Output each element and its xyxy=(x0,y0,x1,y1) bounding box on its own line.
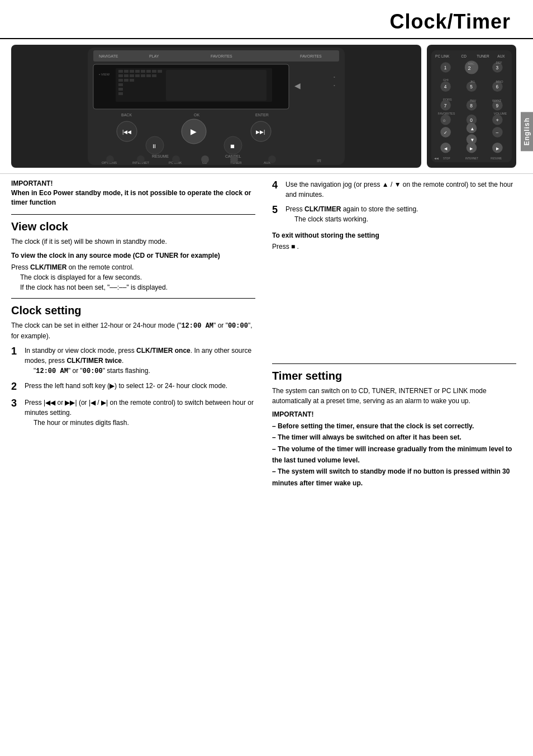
svg-text:◀◀: ◀◀ xyxy=(434,157,439,160)
svg-text:•: • xyxy=(334,83,335,88)
important-top-text: When in Eco Power standby mode, it is no… xyxy=(11,188,255,207)
view-clock-subheading: To view the clock in any source mode (CD… xyxy=(11,251,255,261)
svg-rect-30 xyxy=(166,70,266,101)
clock-step-4: 4 Use the navigation jog (or press ▲ / ▼… xyxy=(272,179,516,200)
svg-text:IR: IR xyxy=(317,158,321,163)
svg-text:▶▶|: ▶▶| xyxy=(256,129,265,135)
svg-rect-17 xyxy=(118,74,123,77)
svg-text:• VIEW: • VIEW xyxy=(99,73,110,76)
page-header: Clock/Timer xyxy=(0,0,533,39)
step-3-content: Press |◀◀ or ▶▶| (or |◀ / ▶| on the remo… xyxy=(25,398,255,428)
to-exit-text: Press ■ . xyxy=(272,242,516,252)
svg-text:1: 1 xyxy=(444,65,447,70)
svg-text:ABC: ABC xyxy=(468,62,474,65)
svg-point-59 xyxy=(230,155,238,163)
to-exit-section: To exit without storing the setting Pres… xyxy=(272,231,516,252)
svg-rect-13 xyxy=(141,70,145,73)
svg-rect-18 xyxy=(124,74,129,77)
clock-step-5: 5 Press CLK/TIMER again to store the set… xyxy=(272,204,516,224)
svg-text:NAVIGATE: NAVIGATE xyxy=(99,54,118,58)
step-number-3: 3 xyxy=(11,398,20,410)
page: English Clock/Timer NAVIGATE PLAY FAVORI… xyxy=(0,0,533,756)
svg-text:VOLUME: VOLUME xyxy=(494,112,507,115)
svg-text:▼: ▼ xyxy=(470,137,474,143)
left-column: IMPORTANT! When in Eco Power standby mod… xyxy=(11,179,255,489)
clock-setting-intro: The clock can be set in either 12-hour o… xyxy=(11,320,255,341)
timer-bullet-3: – The volume of the timer will increase … xyxy=(272,445,512,464)
view-clock-step1: Press CLK/TIMER on the remote control. T… xyxy=(11,262,255,292)
svg-rect-11 xyxy=(130,70,134,73)
svg-text:FAVORITES: FAVORITES xyxy=(438,112,455,115)
svg-text:FAVORITES: FAVORITES xyxy=(300,54,322,58)
svg-text:RESUME: RESUME xyxy=(152,154,169,158)
timer-setting-intro: The system can switch on to CD, TUNER, I… xyxy=(272,386,516,406)
svg-text:JKL: JKL xyxy=(470,80,475,83)
svg-text:⏹: ⏹ xyxy=(230,143,235,149)
language-tab: English xyxy=(521,112,533,151)
svg-text:0: 0 xyxy=(470,117,473,123)
step-number-4: 4 xyxy=(272,179,281,192)
svg-rect-26 xyxy=(130,79,134,82)
svg-rect-20 xyxy=(135,74,140,77)
step-number-1: 1 xyxy=(11,346,20,358)
step-5-content: Press CLK/TIMER again to store the setti… xyxy=(285,204,516,224)
svg-rect-16 xyxy=(158,70,162,73)
svg-text:3: 3 xyxy=(496,65,499,70)
svg-text:DEF: DEF xyxy=(496,61,503,64)
svg-point-56 xyxy=(137,155,145,163)
step-number-2: 2 xyxy=(11,381,20,393)
svg-text:TUV: TUV xyxy=(470,99,476,102)
svg-text:CD: CD xyxy=(461,54,467,58)
svg-point-55 xyxy=(106,155,114,163)
timer-important-bullets: – Before setting the timer, ensure that … xyxy=(272,420,516,489)
page-title: Clock/Timer xyxy=(17,10,511,34)
svg-text:6: 6 xyxy=(496,84,499,89)
svg-text:9: 9 xyxy=(496,103,499,108)
svg-rect-9 xyxy=(118,70,123,73)
svg-text:STOP: STOP xyxy=(443,157,450,160)
to-exit-heading: To exit without storing the setting xyxy=(272,231,516,240)
svg-text:•: • xyxy=(334,74,335,79)
svg-text:▶: ▶ xyxy=(191,127,197,136)
clock-setting-title: Clock setting xyxy=(11,304,255,317)
svg-text:–: – xyxy=(496,130,499,135)
svg-text:+: + xyxy=(496,117,499,123)
svg-text:OK: OK xyxy=(194,113,199,117)
svg-rect-15 xyxy=(152,70,156,73)
remote-area: NAVIGATE PLAY FAVORITES FAVORITES • VIEW xyxy=(0,39,533,174)
svg-text:⏸: ⏸ xyxy=(151,143,157,149)
svg-rect-19 xyxy=(130,74,134,77)
svg-text:BACK: BACK xyxy=(121,113,132,117)
svg-text:8: 8 xyxy=(470,103,473,108)
timer-bullet-4: – The system will switch to standby mode… xyxy=(272,467,510,486)
step-4-content: Use the navigation jog (or press ▲ / ▼ o… xyxy=(285,179,516,200)
step-number-5: 5 xyxy=(272,204,281,216)
divider-1 xyxy=(11,214,255,215)
svg-rect-22 xyxy=(146,74,151,77)
svg-text:✓: ✓ xyxy=(444,130,448,135)
svg-text:7: 7 xyxy=(444,103,447,108)
important-top-box: IMPORTANT! When in Eco Power standby mod… xyxy=(11,179,255,207)
timer-important-box: IMPORTANT! – Before setting the timer, e… xyxy=(272,410,516,489)
timer-bullet-2: – The timer will always be switched on a… xyxy=(272,433,461,441)
svg-rect-12 xyxy=(135,70,140,73)
svg-point-60 xyxy=(268,155,276,163)
svg-text:INTERNET: INTERNET xyxy=(465,157,478,160)
step-2-content: Press the left hand soft key (▶) to sele… xyxy=(25,381,255,391)
svg-text:2: 2 xyxy=(468,65,471,71)
clock-step-2: 2 Press the left hand soft key (▶) to se… xyxy=(11,381,255,393)
svg-rect-27 xyxy=(118,83,123,86)
svg-rect-21 xyxy=(141,74,145,77)
svg-text:◀: ◀ xyxy=(294,81,301,90)
svg-rect-29 xyxy=(118,92,123,95)
svg-point-57 xyxy=(172,155,180,163)
clock-step-1: 1 In standby or view clock mode, press C… xyxy=(11,346,255,376)
svg-rect-23 xyxy=(152,74,156,77)
svg-rect-24 xyxy=(118,79,123,82)
svg-text:PC LINK: PC LINK xyxy=(435,54,450,58)
svg-text:☆: ☆ xyxy=(442,118,446,123)
svg-text:4: 4 xyxy=(444,84,447,89)
timer-setting-title: Timer setting xyxy=(272,370,516,382)
svg-text:AUX: AUX xyxy=(497,54,505,58)
important-top-label: IMPORTANT! xyxy=(11,179,255,187)
